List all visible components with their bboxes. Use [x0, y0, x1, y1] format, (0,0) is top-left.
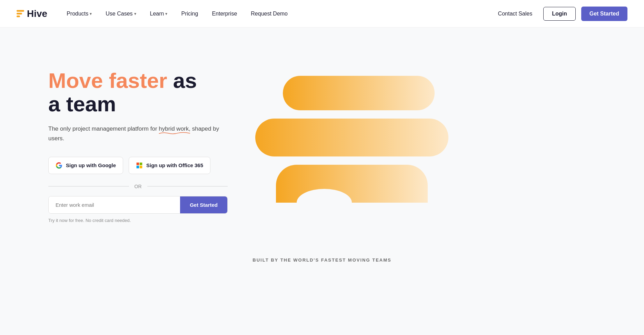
decorative-shape-1 — [283, 76, 435, 110]
decorative-shape-2 — [255, 119, 448, 156]
free-trial-text: Try it now for free. No credit card need… — [48, 218, 228, 223]
hero-title: Move faster asa team — [48, 69, 228, 116]
logo-bar-1 — [17, 10, 24, 12]
svg-rect-2 — [137, 166, 139, 169]
svg-rect-1 — [140, 162, 142, 165]
office365-icon — [136, 162, 143, 169]
hero-right — [248, 55, 627, 203]
chevron-down-icon: ▾ — [134, 11, 136, 16]
decorative-shape-3-notch — [297, 189, 352, 216]
chevron-down-icon: ▾ — [90, 11, 92, 16]
logo-bar-3 — [17, 16, 20, 17]
nav-enterprise[interactable]: Enterprise — [206, 8, 242, 20]
hero-title-orange: Move faster — [48, 69, 167, 92]
navigation: Hive Products ▾ Use Cases ▾ Learn ▾ Pric… — [0, 0, 644, 28]
hybrid-work-text: hybrid work, — [159, 124, 190, 133]
hero-left: Move faster asa team The only project ma… — [48, 55, 228, 223]
nav-links: Products ▾ Use Cases ▾ Learn ▾ Pricing E… — [61, 8, 492, 20]
nav-actions: Contact Sales Login Get Started — [493, 7, 627, 21]
logo[interactable]: Hive — [17, 8, 47, 19]
svg-rect-3 — [140, 166, 142, 169]
email-input[interactable] — [49, 196, 180, 213]
or-text: OR — [135, 184, 142, 189]
email-form: Get Started — [48, 196, 228, 214]
hero-subtitle: The only project management platform for… — [48, 124, 228, 143]
get-started-form-button[interactable]: Get Started — [180, 196, 227, 213]
login-button[interactable]: Login — [543, 7, 576, 21]
signup-google-button[interactable]: Sign up with Google — [48, 157, 123, 174]
nav-learn[interactable]: Learn ▾ — [145, 8, 173, 20]
get-started-nav-button[interactable]: Get Started — [581, 7, 627, 21]
contact-sales-link[interactable]: Contact Sales — [493, 8, 538, 20]
logo-icon — [17, 10, 24, 17]
divider-line-right — [147, 186, 228, 186]
nav-use-cases[interactable]: Use Cases ▾ — [100, 8, 141, 20]
divider-line-left — [48, 186, 129, 186]
nav-pricing[interactable]: Pricing — [176, 8, 204, 20]
signup-office365-button[interactable]: Sign up with Office 365 — [129, 157, 210, 174]
nav-products[interactable]: Products ▾ — [61, 8, 97, 20]
main-content: Move faster asa team The only project ma… — [0, 28, 644, 244]
decorative-shape-3-container — [248, 165, 428, 203]
or-divider: OR — [48, 184, 228, 189]
hybrid-underline-svg — [159, 131, 190, 135]
logo-bar-2 — [17, 13, 22, 14]
logo-text: Hive — [27, 8, 47, 19]
svg-rect-0 — [137, 162, 139, 165]
footer-tagline: BUILT BY THE WORLD'S FASTEST MOVING TEAM… — [0, 244, 644, 270]
chevron-down-icon: ▾ — [165, 11, 167, 16]
nav-request-demo[interactable]: Request Demo — [245, 8, 293, 20]
signup-buttons: Sign up with Google Sign up with Office … — [48, 157, 228, 174]
google-icon — [56, 162, 62, 169]
